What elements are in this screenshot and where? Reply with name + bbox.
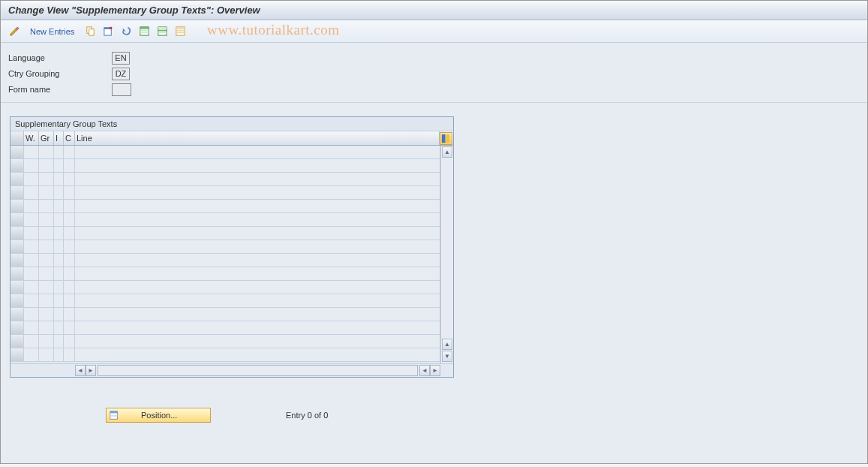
row-selector[interactable] xyxy=(11,227,24,240)
table-cell[interactable] xyxy=(39,308,54,321)
table-cell[interactable] xyxy=(75,254,440,267)
table-cell[interactable] xyxy=(39,254,54,267)
table-cell[interactable] xyxy=(39,321,54,334)
table-cell[interactable] xyxy=(54,281,64,294)
horizontal-scrollbar[interactable] xyxy=(98,365,418,376)
table-cell[interactable] xyxy=(39,348,54,361)
table-cell[interactable] xyxy=(39,186,54,199)
table-row[interactable] xyxy=(11,173,440,186)
table-cell[interactable] xyxy=(24,173,39,185)
table-cell[interactable] xyxy=(64,240,75,253)
table-cell[interactable] xyxy=(54,213,64,226)
table-cell[interactable] xyxy=(75,335,440,348)
table-row[interactable] xyxy=(11,267,440,281)
table-cell[interactable] xyxy=(39,173,54,185)
column-header-line[interactable]: Line xyxy=(75,131,440,145)
table-cell[interactable] xyxy=(39,213,54,226)
table-cell[interactable] xyxy=(75,213,440,226)
table-cell[interactable] xyxy=(64,159,75,172)
table-row[interactable] xyxy=(11,294,440,308)
table-cell[interactable] xyxy=(75,348,440,361)
table-cell[interactable] xyxy=(24,146,39,158)
row-selector[interactable] xyxy=(11,335,24,348)
table-cell[interactable] xyxy=(75,308,440,321)
table-cell[interactable] xyxy=(54,294,64,307)
table-cell[interactable] xyxy=(24,186,39,199)
language-field[interactable]: EN xyxy=(112,52,130,65)
table-cell[interactable] xyxy=(64,308,75,321)
table-cell[interactable] xyxy=(24,348,39,361)
table-cell[interactable] xyxy=(64,267,75,280)
row-selector[interactable] xyxy=(11,146,24,158)
column-header-i[interactable]: I xyxy=(54,131,64,145)
table-cell[interactable] xyxy=(64,281,75,294)
table-cell[interactable] xyxy=(24,321,39,334)
table-row[interactable] xyxy=(11,321,440,335)
table-cell[interactable] xyxy=(75,173,440,185)
new-entries-button[interactable]: New Entries xyxy=(25,24,80,39)
table-row[interactable] xyxy=(11,281,440,294)
table-cell[interactable] xyxy=(39,200,54,212)
table-cell[interactable] xyxy=(64,254,75,267)
table-cell[interactable] xyxy=(54,254,64,267)
table-cell[interactable] xyxy=(75,227,440,240)
table-cell[interactable] xyxy=(75,159,440,172)
form-name-field[interactable] xyxy=(112,83,131,96)
table-cell[interactable] xyxy=(75,321,440,334)
table-cell[interactable] xyxy=(54,159,64,172)
table-cell[interactable] xyxy=(39,294,54,307)
table-cell[interactable] xyxy=(54,267,64,280)
row-selector[interactable] xyxy=(11,308,24,321)
table-cell[interactable] xyxy=(39,267,54,280)
table-cell[interactable] xyxy=(54,186,64,199)
table-cell[interactable] xyxy=(64,213,75,226)
table-cell[interactable] xyxy=(64,321,75,334)
table-row[interactable] xyxy=(11,227,440,240)
table-cell[interactable] xyxy=(54,308,64,321)
row-selector[interactable] xyxy=(11,159,24,172)
table-cell[interactable] xyxy=(24,240,39,253)
table-row[interactable] xyxy=(11,146,440,159)
table-cell[interactable] xyxy=(39,146,54,158)
row-selector[interactable] xyxy=(11,254,24,267)
table-cell[interactable] xyxy=(39,240,54,253)
table-row[interactable] xyxy=(11,213,440,227)
table-cell[interactable] xyxy=(24,213,39,226)
table-cell[interactable] xyxy=(24,159,39,172)
table-cell[interactable] xyxy=(24,254,39,267)
table-cell[interactable] xyxy=(75,267,440,280)
table-cell[interactable] xyxy=(24,227,39,240)
table-row[interactable] xyxy=(11,254,440,267)
select-block-button[interactable] xyxy=(155,24,170,39)
scroll-right-button[interactable]: ◄ xyxy=(419,365,430,376)
table-cell[interactable] xyxy=(24,294,39,307)
table-cell[interactable] xyxy=(64,227,75,240)
table-cell[interactable] xyxy=(54,200,64,212)
row-selector[interactable] xyxy=(11,173,24,185)
table-cell[interactable] xyxy=(64,146,75,158)
scroll-down-button[interactable]: ▼ xyxy=(442,351,452,362)
table-cell[interactable] xyxy=(24,335,39,348)
table-cell[interactable] xyxy=(39,159,54,172)
table-cell[interactable] xyxy=(54,348,64,361)
table-cell[interactable] xyxy=(64,186,75,199)
deselect-all-button[interactable] xyxy=(173,24,188,39)
table-cell[interactable] xyxy=(54,335,64,348)
table-cell[interactable] xyxy=(64,335,75,348)
row-selector[interactable] xyxy=(11,186,24,199)
table-settings-button[interactable] xyxy=(440,132,452,145)
scroll-left-button[interactable]: ◄ xyxy=(75,365,86,376)
table-cell[interactable] xyxy=(54,321,64,334)
table-cell[interactable] xyxy=(24,308,39,321)
table-cell[interactable] xyxy=(75,281,440,294)
table-cell[interactable] xyxy=(24,200,39,212)
undo-change-button[interactable] xyxy=(119,24,134,39)
row-selector[interactable] xyxy=(11,281,24,294)
table-cell[interactable] xyxy=(39,335,54,348)
table-cell[interactable] xyxy=(54,240,64,253)
table-cell[interactable] xyxy=(75,146,440,158)
vertical-scrollbar[interactable]: ▲ ▲ ▼ xyxy=(440,146,453,363)
table-row[interactable] xyxy=(11,186,440,200)
row-selector[interactable] xyxy=(11,213,24,226)
row-selector[interactable] xyxy=(11,294,24,307)
